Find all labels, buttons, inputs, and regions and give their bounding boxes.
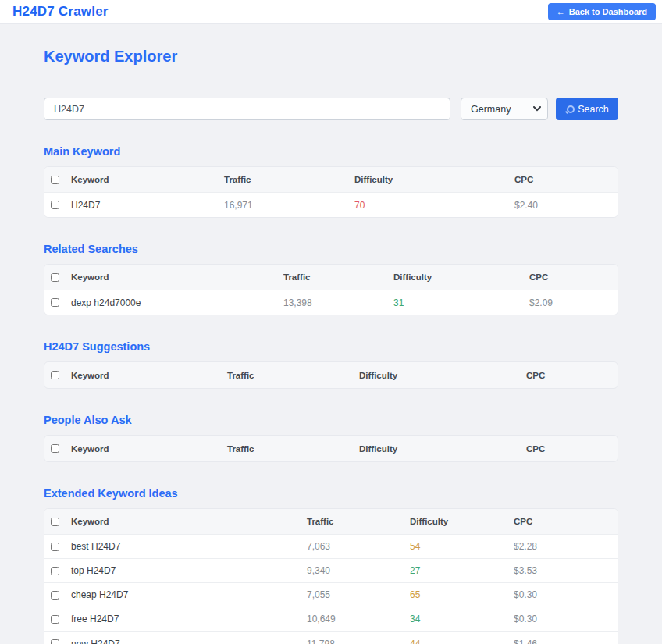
keyword-cell: new H24D7 bbox=[63, 639, 307, 644]
column-header-keyword: Keyword bbox=[63, 444, 227, 454]
traffic-cell: 9,340 bbox=[307, 565, 410, 576]
select-all-checkbox[interactable] bbox=[51, 371, 59, 379]
column-header-cpc: CPC bbox=[529, 272, 618, 282]
cpc-cell: $2.28 bbox=[514, 541, 618, 552]
column-header-difficulty: Difficulty bbox=[393, 272, 529, 282]
app-title: H24D7 Crawler bbox=[12, 4, 548, 20]
table-row: dexp h24d7000e 13,398 31 $2.09 bbox=[44, 290, 618, 315]
cpc-cell: $2.40 bbox=[514, 200, 618, 211]
section-title-extended-ideas: Extended Keyword Ideas bbox=[44, 488, 618, 500]
column-header-cpc: CPC bbox=[514, 175, 618, 184]
column-header-traffic: Traffic bbox=[227, 371, 359, 380]
app-header: H24D7 Crawler ← Back to Dashboard bbox=[0, 0, 662, 24]
difficulty-cell: 65 bbox=[410, 589, 514, 600]
column-header-traffic: Traffic bbox=[227, 444, 359, 454]
section-title-related-searches: Related Searches bbox=[44, 244, 618, 255]
column-header-difficulty: Difficulty bbox=[354, 175, 514, 184]
traffic-cell: 16,971 bbox=[224, 200, 354, 211]
section-title-suggestions: H24D7 Suggestions bbox=[44, 341, 618, 353]
table-row: top H24D7 9,340 27 $3.53 bbox=[44, 559, 618, 583]
row-checkbox[interactable] bbox=[51, 639, 59, 644]
row-checkbox[interactable] bbox=[51, 543, 59, 551]
keyword-cell: dexp h24d7000e bbox=[63, 297, 283, 308]
traffic-cell: 11,798 bbox=[307, 639, 410, 644]
people-also-ask-table: Keyword Traffic Difficulty CPC bbox=[44, 435, 618, 462]
section-title-main-keyword: Main Keyword bbox=[44, 146, 618, 158]
row-checkbox[interactable] bbox=[51, 298, 59, 307]
traffic-cell: 7,063 bbox=[307, 541, 410, 552]
column-header-difficulty: Difficulty bbox=[410, 517, 514, 526]
section-title-people-also-ask: People Also Ask bbox=[44, 415, 618, 426]
suggestions-table: Keyword Traffic Difficulty CPC bbox=[44, 361, 618, 389]
keyword-cell: free H24D7 bbox=[63, 614, 307, 624]
row-checkbox[interactable] bbox=[51, 567, 59, 575]
column-header-traffic: Traffic bbox=[283, 272, 393, 282]
difficulty-cell: 27 bbox=[410, 565, 514, 576]
table-row: free H24D7 10,649 34 $0.30 bbox=[44, 607, 618, 632]
table-header-row: Keyword Traffic Difficulty CPC bbox=[44, 167, 618, 193]
keyword-explorer-page: Keyword Explorer Germany Search Main Key… bbox=[44, 47, 618, 644]
column-header-difficulty: Difficulty bbox=[359, 444, 526, 454]
column-header-difficulty: Difficulty bbox=[359, 371, 526, 380]
keyword-cell: cheap H24D7 bbox=[63, 589, 307, 600]
back-arrow-icon: ← bbox=[557, 7, 565, 16]
difficulty-cell: 70 bbox=[354, 200, 514, 211]
keyword-cell: H24D7 bbox=[63, 200, 224, 211]
traffic-cell: 13,398 bbox=[283, 297, 393, 308]
cpc-cell: $2.09 bbox=[529, 297, 618, 308]
column-header-traffic: Traffic bbox=[224, 175, 354, 184]
column-header-keyword: Keyword bbox=[63, 517, 307, 526]
traffic-cell: 7,055 bbox=[307, 589, 410, 600]
search-icon bbox=[565, 105, 573, 113]
row-checkbox[interactable] bbox=[51, 615, 59, 624]
table-header-row: Keyword Traffic Difficulty CPC bbox=[44, 362, 618, 388]
column-header-keyword: Keyword bbox=[63, 371, 227, 380]
column-header-keyword: Keyword bbox=[63, 175, 224, 184]
difficulty-cell: 54 bbox=[410, 541, 514, 552]
cpc-cell: $0.30 bbox=[514, 614, 618, 624]
cpc-cell: $0.30 bbox=[514, 589, 618, 600]
search-button-label: Search bbox=[578, 104, 609, 115]
table-header-row: Keyword Traffic Difficulty CPC bbox=[44, 509, 618, 535]
keyword-cell: top H24D7 bbox=[63, 565, 307, 576]
keyword-search-input[interactable] bbox=[44, 98, 450, 120]
traffic-cell: 10,649 bbox=[307, 614, 410, 624]
row-checkbox[interactable] bbox=[51, 201, 59, 209]
column-header-cpc: CPC bbox=[526, 444, 618, 454]
table-row: new H24D7 11,798 44 $1.46 bbox=[44, 632, 618, 644]
page-title: Keyword Explorer bbox=[44, 47, 618, 66]
main-keyword-table: Keyword Traffic Difficulty CPC H24D7 16,… bbox=[44, 166, 618, 218]
select-all-checkbox[interactable] bbox=[51, 176, 59, 184]
country-select[interactable]: Germany bbox=[461, 98, 548, 120]
column-header-cpc: CPC bbox=[514, 517, 618, 526]
table-row: H24D7 16,971 70 $2.40 bbox=[44, 193, 618, 217]
column-header-cpc: CPC bbox=[526, 371, 618, 380]
keyword-cell: best H24D7 bbox=[63, 541, 307, 552]
table-header-row: Keyword Traffic Difficulty CPC bbox=[44, 436, 618, 461]
cpc-cell: $3.53 bbox=[514, 565, 618, 576]
column-header-keyword: Keyword bbox=[63, 272, 283, 282]
table-row: best H24D7 7,063 54 $2.28 bbox=[44, 535, 618, 559]
extended-keyword-ideas-table: Keyword Traffic Difficulty CPC best H24D… bbox=[44, 508, 618, 644]
search-bar: Germany Search bbox=[44, 98, 618, 120]
row-checkbox[interactable] bbox=[51, 591, 59, 600]
country-select-wrap: Germany bbox=[461, 98, 548, 120]
column-header-traffic: Traffic bbox=[307, 517, 410, 526]
difficulty-cell: 31 bbox=[393, 297, 529, 308]
select-all-checkbox[interactable] bbox=[51, 444, 59, 453]
back-to-dashboard-button[interactable]: ← Back to Dashboard bbox=[548, 3, 656, 20]
difficulty-cell: 44 bbox=[410, 639, 514, 644]
cpc-cell: $1.46 bbox=[514, 639, 618, 644]
select-all-checkbox[interactable] bbox=[51, 518, 59, 526]
related-searches-table: Keyword Traffic Difficulty CPC dexp h24d… bbox=[44, 264, 618, 315]
select-all-checkbox[interactable] bbox=[51, 273, 59, 282]
search-button[interactable]: Search bbox=[556, 98, 618, 120]
difficulty-cell: 34 bbox=[410, 614, 514, 624]
table-row: cheap H24D7 7,055 65 $0.30 bbox=[44, 583, 618, 607]
table-header-row: Keyword Traffic Difficulty CPC bbox=[44, 265, 618, 290]
back-button-label: Back to Dashboard bbox=[569, 7, 647, 16]
